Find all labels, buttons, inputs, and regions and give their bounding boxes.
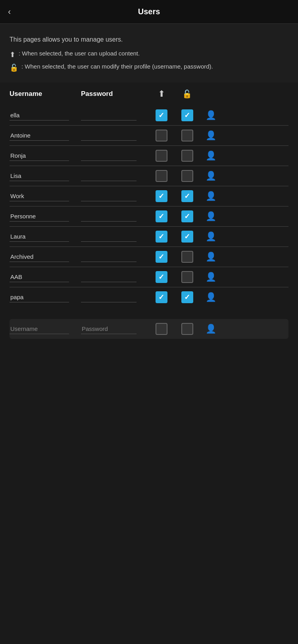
password-input[interactable] — [81, 292, 137, 302]
profile-checkbox[interactable] — [181, 170, 193, 182]
upload-icon-desc: ⬆ — [10, 50, 15, 59]
upload-checkbox-cell: ✓ — [148, 109, 174, 121]
profile-checkbox-cell — [174, 251, 200, 263]
table-row: ✓ ✓ 👤 — [10, 287, 288, 307]
new-username-input[interactable] — [10, 324, 69, 334]
username-input[interactable] — [10, 191, 69, 201]
password-input[interactable] — [81, 191, 137, 201]
username-input[interactable] — [10, 110, 69, 120]
password-input[interactable] — [81, 252, 137, 262]
profile-checkbox-cell: ✓ — [174, 190, 200, 202]
new-profile-checkbox[interactable] — [181, 323, 193, 335]
username-input[interactable] — [10, 211, 69, 222]
person-icon[interactable]: 👤 — [206, 130, 216, 141]
table-header-row: Username Password ⬆ 🔓 — [10, 89, 288, 101]
password-input[interactable] — [81, 130, 137, 141]
upload-header-icon: ⬆ — [158, 89, 165, 99]
profile-checkbox-cell — [174, 130, 200, 141]
new-add-user-icon[interactable]: 👤 — [206, 324, 216, 334]
username-input[interactable] — [10, 231, 69, 242]
upload-checkbox[interactable]: ✓ — [156, 251, 167, 263]
password-input[interactable] — [81, 272, 137, 282]
profile-checkbox[interactable]: ✓ — [181, 210, 193, 222]
upload-checkbox[interactable]: ✓ — [156, 109, 167, 121]
upload-desc-text: : When selected, the user can upload con… — [19, 50, 140, 57]
person-icon[interactable]: 👤 — [206, 110, 216, 120]
profile-checkbox[interactable]: ✓ — [181, 231, 193, 243]
username-input[interactable] — [10, 252, 69, 262]
new-password-input[interactable] — [81, 324, 137, 334]
profile-checkbox[interactable] — [181, 251, 193, 263]
password-cell — [81, 272, 148, 282]
profile-checkbox[interactable] — [181, 150, 193, 162]
username-input[interactable] — [10, 272, 69, 282]
password-input[interactable] — [81, 151, 137, 161]
username-cell — [10, 151, 81, 161]
person-icon[interactable]: 👤 — [206, 191, 216, 201]
password-input[interactable] — [81, 110, 137, 120]
person-action-cell: 👤 — [200, 252, 222, 262]
new-upload-checkbox-cell — [148, 323, 174, 335]
username-input[interactable] — [10, 292, 69, 302]
username-cell — [10, 292, 81, 302]
upload-checkbox-cell: ✓ — [148, 210, 174, 222]
username-input[interactable] — [10, 151, 69, 161]
lock-header-icon: 🔓 — [182, 89, 192, 99]
upload-checkbox[interactable]: ✓ — [156, 291, 167, 303]
col-header-upload: ⬆ — [148, 89, 174, 99]
password-cell — [81, 292, 148, 302]
new-upload-checkbox[interactable] — [156, 323, 167, 335]
person-icon[interactable]: 👤 — [206, 272, 216, 282]
profile-checkmark: ✓ — [184, 112, 190, 119]
profile-checkbox[interactable] — [181, 271, 193, 283]
back-button[interactable]: ‹ — [8, 7, 11, 17]
username-input[interactable] — [10, 130, 69, 141]
password-input[interactable] — [81, 211, 137, 222]
upload-checkbox-cell — [148, 170, 174, 182]
upload-checkbox-cell — [148, 130, 174, 141]
new-username-cell — [10, 324, 81, 334]
upload-checkbox[interactable]: ✓ — [156, 231, 167, 243]
person-action-cell: 👤 — [200, 151, 222, 161]
new-password-cell — [81, 324, 148, 334]
person-icon[interactable]: 👤 — [206, 252, 216, 262]
profile-checkmark: ✓ — [184, 233, 190, 240]
upload-checkbox-cell: ✓ — [148, 271, 174, 283]
profile-checkbox[interactable] — [181, 130, 193, 141]
username-cell — [10, 252, 81, 262]
person-action-cell: 👤 — [200, 231, 222, 242]
password-input[interactable] — [81, 231, 137, 242]
upload-checkmark: ✓ — [158, 112, 164, 119]
page-title: Users — [138, 7, 160, 16]
person-action-cell: 👤 — [200, 272, 222, 282]
profile-desc-text: : When selected, the user can modify the… — [21, 63, 213, 70]
upload-checkbox[interactable]: ✓ — [156, 210, 167, 222]
person-action-cell: 👤 — [200, 292, 222, 302]
person-icon[interactable]: 👤 — [206, 231, 216, 242]
person-action-cell: 👤 — [200, 130, 222, 141]
upload-checkbox[interactable] — [156, 170, 167, 182]
password-input[interactable] — [81, 171, 137, 181]
upload-checkbox-cell: ✓ — [148, 251, 174, 263]
upload-checkbox[interactable] — [156, 130, 167, 141]
person-icon[interactable]: 👤 — [206, 151, 216, 161]
upload-checkmark: ✓ — [158, 294, 164, 301]
profile-checkbox[interactable]: ✓ — [181, 291, 193, 303]
col-header-username: Username — [10, 90, 81, 98]
profile-checkbox[interactable]: ✓ — [181, 109, 193, 121]
username-input[interactable] — [10, 171, 69, 181]
person-icon[interactable]: 👤 — [206, 292, 216, 302]
person-icon[interactable]: 👤 — [206, 171, 216, 181]
profile-checkbox[interactable]: ✓ — [181, 190, 193, 202]
person-action-cell: 👤 — [200, 191, 222, 201]
table-row: 👤 — [10, 126, 288, 146]
profile-checkbox-cell: ✓ — [174, 291, 200, 303]
upload-checkmark: ✓ — [158, 273, 164, 281]
upload-checkbox[interactable]: ✓ — [156, 190, 167, 202]
person-icon[interactable]: 👤 — [206, 211, 216, 222]
username-cell — [10, 231, 81, 242]
upload-checkbox[interactable] — [156, 150, 167, 162]
upload-checkbox[interactable]: ✓ — [156, 271, 167, 283]
col-header-password: Password — [81, 90, 148, 98]
table-row: 👤 — [10, 166, 288, 186]
